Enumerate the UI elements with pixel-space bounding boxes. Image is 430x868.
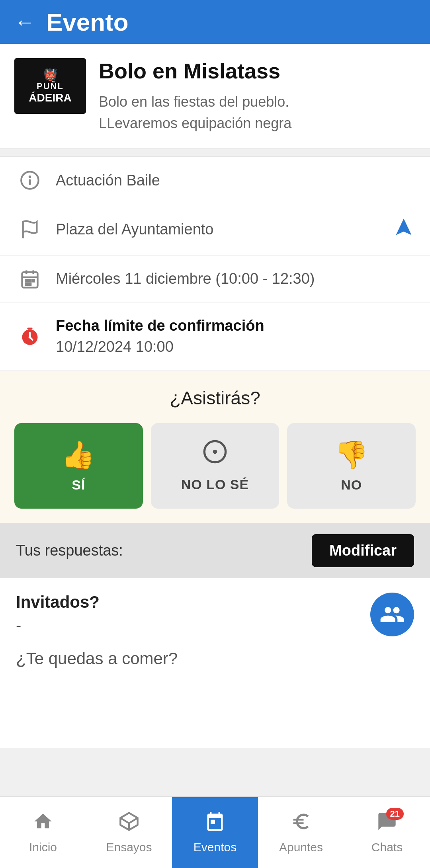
nav-label-ensayos: Ensayos — [106, 841, 152, 854]
nav-label-eventos: Eventos — [194, 841, 236, 854]
info-icon — [16, 170, 44, 191]
deadline-title: Fecha límite de confirmación — [56, 317, 264, 334]
svg-rect-10 — [25, 283, 27, 285]
question-icon — [202, 439, 228, 470]
event-desc-line1: Bolo en las fiestas del pueblo. — [99, 91, 416, 113]
attend-yes-button[interactable]: 👍 SÍ — [14, 423, 143, 509]
chat-badge: 21 — [386, 808, 404, 820]
flag-icon — [16, 219, 44, 240]
nav-label-chats: Chats — [371, 841, 403, 854]
attend-maybe-button[interactable]: NO LO SÉ — [151, 423, 280, 509]
nav-item-inicio[interactable]: Inicio — [0, 797, 86, 868]
deadline-date: 10/12/2024 10:00 — [56, 338, 174, 355]
attendance-question: ¿Asistirás? — [14, 387, 416, 409]
svg-point-15 — [29, 336, 31, 339]
responses-label: Tus respuestas: — [16, 542, 123, 559]
guests-content: Invitados? - — [16, 593, 100, 634]
attend-maybe-label: NO LO SÉ — [181, 477, 249, 492]
nav-item-chats[interactable]: 21 Chats — [344, 797, 430, 868]
svg-rect-8 — [25, 280, 27, 281]
event-name: Bolo en Mislatass — [99, 58, 416, 84]
detail-location-text: Plaza del Ayuntamiento — [56, 219, 381, 240]
nav-item-apuntes[interactable]: Apuntes — [258, 797, 344, 868]
attend-no-button[interactable]: 👎 NO — [287, 423, 416, 509]
svg-rect-14 — [27, 328, 33, 330]
detail-row-location: Plaza del Ayuntamiento — [0, 204, 430, 256]
detail-row-type: Actuación Baile — [0, 157, 430, 204]
navigate-icon[interactable] — [393, 217, 414, 242]
school-icon — [119, 811, 139, 837]
logo-text2: ÁDEIRA — [29, 92, 71, 104]
guests-section: Invitados? - ¿Te quedas a comer? — [0, 578, 430, 748]
thumbs-down-icon: 👎 — [334, 439, 369, 471]
nav-item-eventos[interactable]: Eventos — [172, 797, 258, 868]
detail-date-text: Miércoles 11 diciembre (10:00 - 12:30) — [56, 268, 414, 289]
nav-label-apuntes: Apuntes — [279, 841, 323, 854]
attend-yes-label: SÍ — [72, 477, 85, 493]
next-question: ¿Te quedas a comer? — [16, 649, 414, 668]
svg-rect-12 — [33, 280, 34, 281]
modify-button[interactable]: Modificar — [312, 534, 414, 567]
details-card: Actuación Baile Plaza del Ayuntamiento — [0, 156, 430, 371]
people-icon — [379, 602, 405, 627]
calendar-icon — [16, 269, 44, 289]
responses-bar: Tus respuestas: Modificar — [0, 523, 430, 578]
attendance-buttons: 👍 SÍ NO LO SÉ 👎 NO — [14, 423, 416, 509]
guests-title: Invitados? — [16, 593, 100, 612]
attendance-section: ¿Asistirás? 👍 SÍ NO LO SÉ 👎 NO — [0, 371, 430, 523]
home-icon — [33, 811, 53, 837]
detail-type-text: Actuación Baile — [56, 170, 414, 191]
svg-point-17 — [214, 451, 216, 453]
svg-rect-9 — [29, 280, 31, 281]
thumbs-up-icon: 👍 — [61, 439, 96, 471]
guests-header: Invitados? - — [16, 593, 414, 636]
page-title: Evento — [46, 8, 129, 36]
timer-icon — [16, 326, 44, 347]
guests-float-button[interactable] — [370, 593, 414, 636]
detail-deadline-text: Fecha límite de confirmación 10/12/2024 … — [56, 315, 414, 357]
guests-value: - — [16, 616, 100, 634]
event-desc-line2: LLevaremos equipación negra — [99, 113, 416, 134]
nav-label-inicio: Inicio — [29, 841, 57, 854]
detail-row-deadline: Fecha límite de confirmación 10/12/2024 … — [0, 302, 430, 370]
chat-icon-wrapper: 21 — [377, 811, 397, 837]
svg-rect-11 — [29, 283, 31, 285]
event-card: 👹 PUÑL ÁDEIRA Bolo en Mislatass Bolo en … — [0, 44, 430, 149]
eventos-calendar-icon — [205, 811, 225, 837]
header: ← Evento — [0, 0, 430, 44]
bottom-nav: Inicio Ensayos Eventos Apuntes — [0, 796, 430, 868]
euro-icon — [291, 811, 311, 837]
event-logo: 👹 PUÑL ÁDEIRA — [14, 58, 86, 114]
nav-item-ensayos[interactable]: Ensayos — [86, 797, 172, 868]
logo-deco: 👹 — [29, 68, 71, 81]
event-info: Bolo en Mislatass Bolo en las fiestas de… — [99, 58, 416, 134]
detail-row-date: Miércoles 11 diciembre (10:00 - 12:30) — [0, 256, 430, 302]
back-button[interactable]: ← — [14, 10, 35, 34]
attend-no-label: NO — [341, 477, 362, 493]
logo-text1: PUÑL — [29, 81, 71, 92]
